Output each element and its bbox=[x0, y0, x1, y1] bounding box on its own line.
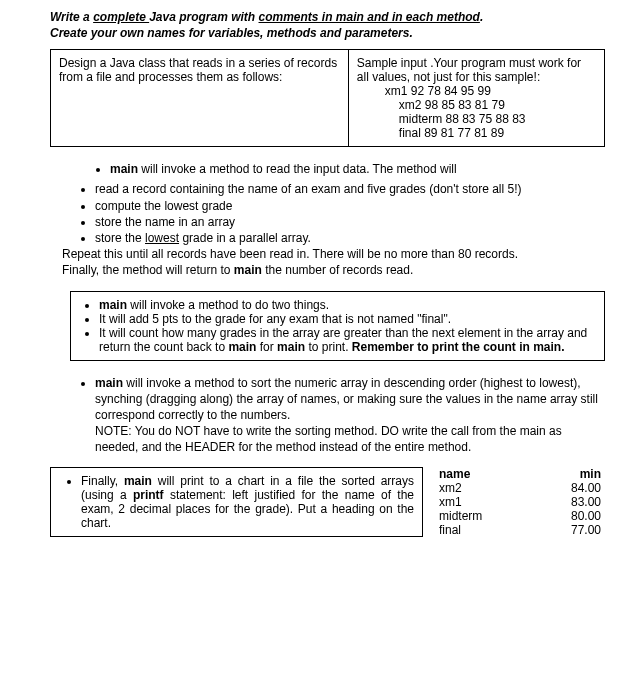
txt: main bbox=[110, 162, 138, 176]
sample-input: Sample input .Your program must work for… bbox=[349, 50, 604, 146]
txt: to print. bbox=[305, 340, 352, 354]
bullet: It will count how many grades in the arr… bbox=[99, 326, 596, 354]
txt: printf bbox=[133, 488, 164, 502]
document-page: Write a complete Java program with comme… bbox=[0, 0, 635, 557]
sub-bullet: store the name in an array bbox=[95, 214, 605, 230]
sample-row: xm1 92 78 84 95 99 bbox=[385, 84, 596, 98]
txt: will invoke a method to sort the numeric… bbox=[95, 376, 598, 422]
step-read-data: main will invoke a method to read the in… bbox=[50, 161, 605, 278]
bullet: main will invoke a method to do two thin… bbox=[99, 298, 596, 312]
txt: main bbox=[99, 298, 127, 312]
txt: Write a bbox=[50, 10, 93, 24]
sub-bullet: compute the lowest grade bbox=[95, 198, 605, 214]
sample-intro: Sample input .Your program must work for… bbox=[357, 56, 596, 84]
txt: main bbox=[228, 340, 256, 354]
sort-bullet: main will invoke a method to sort the nu… bbox=[95, 375, 605, 456]
cell: 80.00 bbox=[533, 509, 605, 523]
cell: 84.00 bbox=[533, 481, 605, 495]
output-chart: name min xm284.00 xm183.00 midterm80.00 … bbox=[435, 467, 605, 537]
return-note: Finally, the method will return to main … bbox=[50, 262, 605, 278]
cell: xm1 bbox=[435, 495, 533, 509]
instr-line2: Create your own names for variables, met… bbox=[50, 26, 413, 40]
step-adjust-count-box: main will invoke a method to do two thin… bbox=[70, 291, 605, 361]
table-row: final77.00 bbox=[435, 523, 605, 537]
txt: main bbox=[234, 263, 262, 277]
txt: lowest bbox=[145, 231, 179, 245]
txt: complete bbox=[93, 10, 149, 24]
txt: main bbox=[124, 474, 152, 488]
cell: midterm bbox=[435, 509, 533, 523]
sample-lines: xm1 92 78 84 95 99 xm2 98 85 83 81 79 mi… bbox=[357, 84, 596, 140]
design-sample-box: Design a Java class that reads in a seri… bbox=[50, 49, 605, 147]
repeat-note: Repeat this until all records have been … bbox=[50, 246, 605, 262]
sub-bullet: read a record containing the name of an … bbox=[95, 181, 605, 197]
sub-bullet: store the lowest grade in a parallel arr… bbox=[95, 230, 605, 246]
instr-line1: Write a complete Java program with comme… bbox=[50, 10, 483, 24]
cell: 77.00 bbox=[533, 523, 605, 537]
txt: main bbox=[277, 340, 305, 354]
txt: store the bbox=[95, 231, 145, 245]
sample-row: xm2 98 85 83 81 79 bbox=[385, 98, 596, 112]
bullet: It will add 5 pts to the grade for any e… bbox=[99, 312, 596, 326]
sample-row: final 89 81 77 81 89 bbox=[385, 126, 596, 140]
table-row: xm284.00 bbox=[435, 481, 605, 495]
table-row: midterm80.00 bbox=[435, 509, 605, 523]
design-text: Design a Java class that reads in a seri… bbox=[51, 50, 349, 146]
txt: the number of records read. bbox=[262, 263, 413, 277]
txt: Java program with bbox=[149, 10, 258, 24]
txt: will invoke a method to read the input d… bbox=[138, 162, 457, 176]
final-step-row: Finally, main will print to a chart in a… bbox=[50, 467, 605, 537]
txt: main bbox=[95, 376, 123, 390]
txt: for bbox=[256, 340, 277, 354]
col-min: min bbox=[533, 467, 605, 481]
col-name: name bbox=[435, 467, 533, 481]
sample-row: midterm 88 83 75 88 83 bbox=[385, 112, 596, 126]
txt: . bbox=[480, 10, 483, 24]
cell: final bbox=[435, 523, 533, 537]
chart-header-row: name min bbox=[435, 467, 605, 481]
txt: comments in main and in each method bbox=[259, 10, 480, 24]
final-text-box: Finally, main will print to a chart in a… bbox=[50, 467, 423, 537]
txt: will invoke a method to do two things. bbox=[127, 298, 329, 312]
txt: Finally, the method will return to bbox=[62, 263, 234, 277]
txt: Repeat this until all records have been … bbox=[62, 247, 518, 261]
lead-line: main will invoke a method to read the in… bbox=[110, 161, 605, 177]
final-bullet: Finally, main will print to a chart in a… bbox=[81, 474, 414, 530]
txt: NOTE: You do NOT have to write the sorti… bbox=[95, 424, 562, 454]
txt: Finally, bbox=[81, 474, 124, 488]
instruction-heading: Write a complete Java program with comme… bbox=[50, 10, 605, 41]
txt: grade in a parallel array. bbox=[179, 231, 311, 245]
cell: 83.00 bbox=[533, 495, 605, 509]
table-row: xm183.00 bbox=[435, 495, 605, 509]
cell: xm2 bbox=[435, 481, 533, 495]
step-sort: main will invoke a method to sort the nu… bbox=[50, 375, 605, 456]
txt: Remember to print the count in main. bbox=[352, 340, 565, 354]
